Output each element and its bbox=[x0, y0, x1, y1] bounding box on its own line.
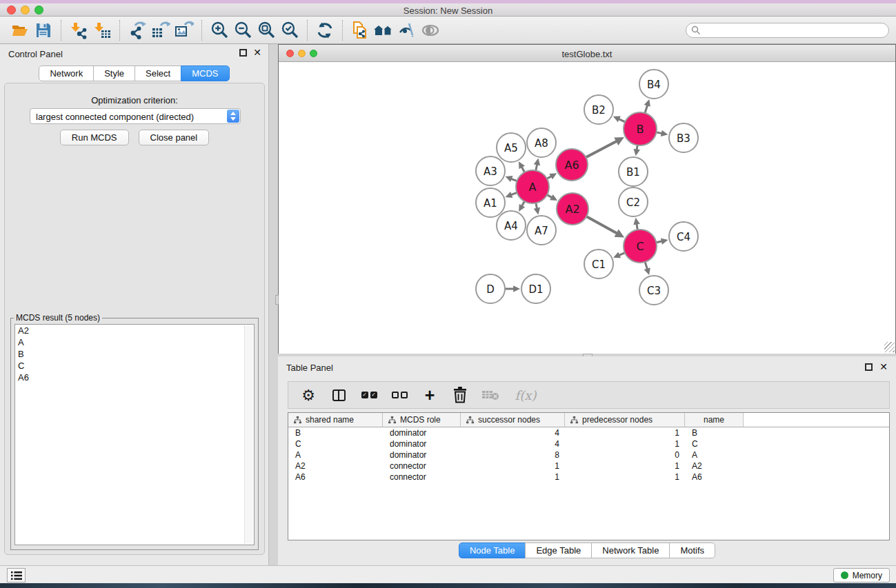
list-item[interactable]: A6 bbox=[15, 372, 254, 383]
tab-mcds[interactable]: MCDS bbox=[181, 65, 229, 81]
scrollbar-track[interactable] bbox=[244, 325, 253, 544]
network-view-window: testGlobe.txt AA1A2A3A4A5A6A7A8BB1B2B3B4… bbox=[278, 44, 896, 354]
splitter-grip-vertical[interactable] bbox=[275, 295, 279, 305]
tab-style[interactable]: Style bbox=[93, 65, 135, 81]
search-input[interactable] bbox=[686, 23, 889, 38]
network-graph-canvas[interactable]: AA1A2A3A4A5A6A7A8BB1B2B3B4CC1C2C3C4DD1 bbox=[279, 62, 895, 354]
cell-name: A bbox=[685, 449, 744, 460]
column-label: name bbox=[704, 415, 724, 425]
export-image-icon[interactable] bbox=[172, 19, 196, 41]
column-header-predecessor-nodes[interactable]: predecessor nodes bbox=[565, 413, 685, 427]
window-resize-grip[interactable] bbox=[884, 342, 895, 352]
graph-edge-arrowhead bbox=[534, 159, 540, 166]
float-panel-icon[interactable] bbox=[239, 49, 247, 57]
list-item[interactable]: B bbox=[15, 348, 254, 360]
tab-network-table[interactable]: Network Table bbox=[591, 543, 670, 558]
graph-edge-A2-C[interactable] bbox=[586, 216, 617, 234]
table-panel-title: Table Panel bbox=[286, 363, 333, 373]
table-row[interactable]: A6 connector 1 1 A6 bbox=[288, 472, 889, 483]
cell-predecessor-nodes: 0 bbox=[565, 449, 685, 460]
memory-button[interactable]: Memory bbox=[833, 568, 890, 582]
toolbar-separator bbox=[61, 20, 61, 41]
search-icon bbox=[691, 26, 701, 35]
graph-edge-B-B4[interactable] bbox=[645, 105, 648, 113]
zoom-out-icon[interactable] bbox=[231, 19, 255, 41]
graph-node-label: A2 bbox=[565, 203, 579, 216]
import-network-icon[interactable] bbox=[67, 19, 90, 41]
graph-edge-B-B2[interactable] bbox=[618, 119, 625, 122]
tab-motifs[interactable]: Motifs bbox=[669, 543, 715, 558]
refresh-icon[interactable] bbox=[313, 19, 337, 41]
table-panel-header: Table Panel ✕ bbox=[278, 356, 896, 374]
zoom-in-icon[interactable] bbox=[208, 19, 231, 41]
task-history-button[interactable] bbox=[7, 568, 26, 582]
network-window-title: testGlobe.txt bbox=[279, 49, 895, 59]
desktop-background bbox=[0, 583, 896, 588]
toolbar-separator bbox=[307, 20, 308, 41]
graph-edge-arrowhead bbox=[633, 218, 639, 225]
graph-edge-arrowhead bbox=[661, 238, 668, 244]
clone-network-icon[interactable] bbox=[348, 19, 372, 41]
tab-network[interactable]: Network bbox=[39, 65, 94, 81]
list-icon bbox=[10, 570, 23, 581]
hide-selected-icon[interactable] bbox=[395, 19, 419, 41]
cell-name: B bbox=[685, 427, 744, 438]
deselect-all-icon[interactable] bbox=[389, 385, 410, 405]
close-panel-icon[interactable]: ✕ bbox=[253, 47, 261, 58]
table-row[interactable]: A2 connector 1 1 A2 bbox=[288, 460, 889, 472]
home-layout-icon[interactable] bbox=[372, 19, 395, 41]
column-header-shared-name[interactable]: shared name bbox=[288, 413, 383, 427]
graph-node-label: B2 bbox=[592, 104, 606, 116]
list-item[interactable]: A2 bbox=[15, 325, 254, 336]
open-file-icon[interactable] bbox=[8, 19, 32, 41]
close-panel-icon[interactable]: ✕ bbox=[879, 361, 888, 372]
close-panel-button[interactable]: Close panel bbox=[139, 130, 210, 145]
table-settings-icon[interactable]: ⚙ bbox=[298, 385, 319, 405]
float-panel-icon[interactable] bbox=[865, 363, 873, 371]
add-column-icon[interactable]: + bbox=[419, 385, 440, 405]
table-toolbar: ⚙ ✓✓ + f(x) bbox=[288, 381, 890, 409]
save-session-icon[interactable] bbox=[32, 19, 55, 41]
table-row[interactable]: C dominator 4 1 C bbox=[288, 438, 889, 449]
list-item[interactable]: A bbox=[15, 336, 254, 348]
show-all-icon[interactable] bbox=[419, 19, 442, 41]
optimization-criterion-select[interactable]: largest connected component (directed) bbox=[30, 108, 241, 124]
delete-column-icon[interactable] bbox=[450, 385, 470, 405]
column-header-name[interactable]: name bbox=[685, 413, 744, 427]
table-row[interactable]: A dominator 8 0 A bbox=[288, 449, 889, 460]
cell-shared-name: A2 bbox=[288, 460, 383, 472]
cell-name: A2 bbox=[685, 460, 744, 472]
application-window: Session: New Session bbox=[0, 0, 896, 588]
list-item[interactable]: C bbox=[15, 360, 254, 372]
tab-select[interactable]: Select bbox=[135, 65, 181, 81]
function-builder-icon[interactable]: f(x) bbox=[510, 385, 541, 405]
graph-node-label: B3 bbox=[677, 132, 690, 145]
import-table-icon[interactable] bbox=[90, 19, 114, 41]
select-stepper-icon bbox=[227, 110, 239, 123]
graph-node-label: A3 bbox=[484, 165, 497, 178]
toolbar-separator bbox=[201, 20, 202, 41]
toolbar-separator bbox=[119, 20, 120, 41]
column-header-successor-nodes[interactable]: successor nodes bbox=[461, 413, 565, 427]
graph-edge-A6-B[interactable] bbox=[586, 141, 617, 158]
graph-edge-arrowhead bbox=[644, 99, 650, 107]
graph-edge-C-C3[interactable] bbox=[645, 262, 647, 270]
tab-node-table[interactable]: Node Table bbox=[459, 543, 526, 558]
zoom-fit-icon[interactable] bbox=[255, 19, 278, 41]
zoom-selected-icon[interactable] bbox=[278, 19, 301, 41]
run-mcds-button[interactable]: Run MCDS bbox=[60, 130, 129, 145]
cell-successor-nodes: 8 bbox=[461, 449, 565, 460]
select-all-icon[interactable]: ✓✓ bbox=[359, 385, 379, 405]
optimization-criterion-label: Optimization criterion: bbox=[5, 95, 264, 105]
tab-edge-table[interactable]: Edge Table bbox=[525, 543, 592, 558]
export-table-icon[interactable] bbox=[149, 19, 172, 41]
delete-table-icon[interactable] bbox=[480, 385, 501, 405]
export-network-icon[interactable] bbox=[126, 19, 149, 41]
table-header-row: shared name MCDS role successor nodes pr… bbox=[288, 413, 889, 427]
split-columns-icon[interactable] bbox=[328, 385, 349, 405]
table-row[interactable]: B dominator 4 1 B bbox=[288, 427, 889, 438]
cell-successor-nodes: 4 bbox=[461, 427, 565, 438]
column-header-mcds-role[interactable]: MCDS role bbox=[383, 413, 461, 427]
window-title: Session: New Session bbox=[0, 6, 896, 16]
graph-node-label: A6 bbox=[564, 159, 579, 172]
